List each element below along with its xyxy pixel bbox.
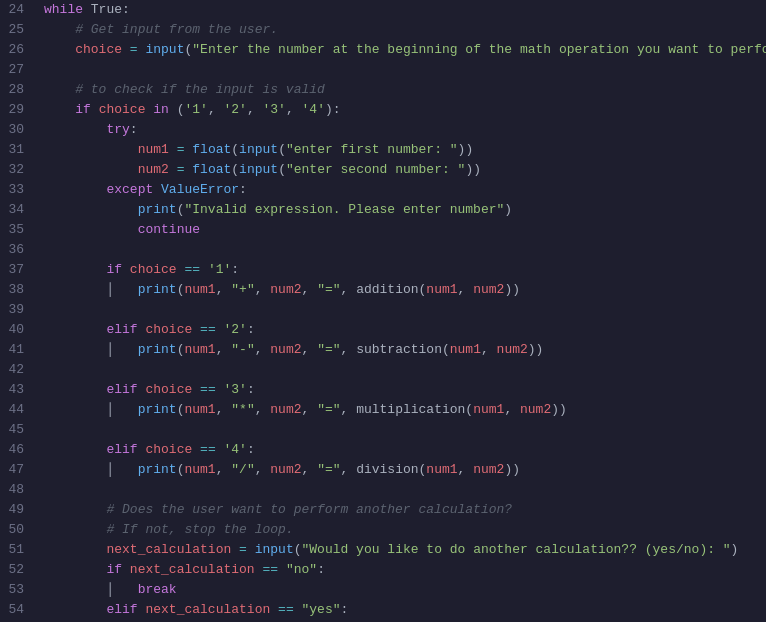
code-line: next_calculation = input("Would you like… bbox=[44, 540, 766, 560]
line-number: 38 bbox=[8, 280, 24, 300]
line-number: 43 bbox=[8, 380, 24, 400]
code-line: # If not, stop the loop. bbox=[44, 520, 766, 540]
code-line: num2 = float(input("enter second number:… bbox=[44, 160, 766, 180]
code-line: while True: bbox=[44, 0, 766, 20]
code-line: │ print(num1, "-", num2, "=", subtractio… bbox=[44, 340, 766, 360]
code-line: │ print(num1, "*", num2, "=", multiplica… bbox=[44, 400, 766, 420]
line-number: 30 bbox=[8, 120, 24, 140]
code-line bbox=[44, 240, 766, 260]
code-line: if next_calculation == "no": bbox=[44, 560, 766, 580]
code-line: print("Invalid expression. Please enter … bbox=[44, 200, 766, 220]
line-number: 44 bbox=[8, 400, 24, 420]
code-line: elif choice == '3': bbox=[44, 380, 766, 400]
line-number: 54 bbox=[8, 600, 24, 620]
line-number: 31 bbox=[8, 140, 24, 160]
code-line: except ValueError: bbox=[44, 180, 766, 200]
line-number: 35 bbox=[8, 220, 24, 240]
code-line: try: bbox=[44, 120, 766, 140]
line-number: 52 bbox=[8, 560, 24, 580]
line-number: 42 bbox=[8, 360, 24, 380]
line-number: 39 bbox=[8, 300, 24, 320]
line-number: 51 bbox=[8, 540, 24, 560]
code-line: continue bbox=[44, 220, 766, 240]
code-line bbox=[44, 420, 766, 440]
line-number: 26 bbox=[8, 40, 24, 60]
code-line: elif choice == '2': bbox=[44, 320, 766, 340]
code-line bbox=[44, 480, 766, 500]
code-line: elif next_calculation == "yes": bbox=[44, 600, 766, 620]
line-number: 36 bbox=[8, 240, 24, 260]
line-number: 53 bbox=[8, 580, 24, 600]
line-number: 29 bbox=[8, 100, 24, 120]
line-numbers: 2425262728293031323334353637383940414243… bbox=[0, 0, 36, 622]
line-number: 49 bbox=[8, 500, 24, 520]
code-line: │ print(num1, "/", num2, "=", division(n… bbox=[44, 460, 766, 480]
code-content[interactable]: while True: # Get input from the user. c… bbox=[36, 0, 766, 622]
line-number: 41 bbox=[8, 340, 24, 360]
line-number: 50 bbox=[8, 520, 24, 540]
line-number: 37 bbox=[8, 260, 24, 280]
line-number: 47 bbox=[8, 460, 24, 480]
code-line: # to check if the input is valid bbox=[44, 80, 766, 100]
code-editor: 2425262728293031323334353637383940414243… bbox=[0, 0, 766, 622]
line-number: 40 bbox=[8, 320, 24, 340]
line-number: 33 bbox=[8, 180, 24, 200]
code-line bbox=[44, 60, 766, 80]
line-number: 28 bbox=[8, 80, 24, 100]
code-line bbox=[44, 360, 766, 380]
line-number: 34 bbox=[8, 200, 24, 220]
code-line: # Does the user want to perform another … bbox=[44, 500, 766, 520]
line-number: 46 bbox=[8, 440, 24, 460]
code-line: if choice == '1': bbox=[44, 260, 766, 280]
line-number: 27 bbox=[8, 60, 24, 80]
code-line: choice = input("Enter the number at the … bbox=[44, 40, 766, 60]
code-line: # Get input from the user. bbox=[44, 20, 766, 40]
code-line: num1 = float(input("enter first number: … bbox=[44, 140, 766, 160]
code-line: │ print(num1, "+", num2, "=", addition(n… bbox=[44, 280, 766, 300]
code-line: elif choice == '4': bbox=[44, 440, 766, 460]
code-line: if choice in ('1', '2', '3', '4'): bbox=[44, 100, 766, 120]
line-number: 24 bbox=[8, 0, 24, 20]
line-number: 48 bbox=[8, 480, 24, 500]
line-number: 25 bbox=[8, 20, 24, 40]
code-line: │ break bbox=[44, 580, 766, 600]
line-number: 32 bbox=[8, 160, 24, 180]
code-line bbox=[44, 300, 766, 320]
line-number: 45 bbox=[8, 420, 24, 440]
